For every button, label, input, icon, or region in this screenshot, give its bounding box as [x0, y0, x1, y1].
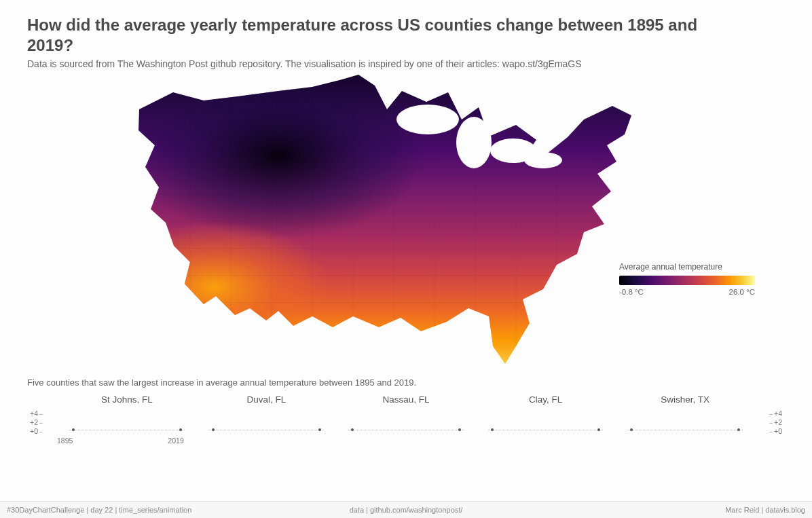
panel-baseline [488, 430, 604, 430]
panel-title: Nassau, FL [336, 394, 476, 405]
y-axis-right: +4 +2 +0 [768, 409, 782, 436]
map-container: Average annual temperature -0.8 °C 26.0 … [27, 76, 785, 375]
legend-gradient-bar [619, 276, 755, 285]
legend-labels: -0.8 °C 26.0 °C [619, 288, 755, 296]
y-axis-left: +4 +2 +0 [30, 409, 44, 436]
panel-swisher: Swisher, TX [615, 394, 755, 456]
panel-dot [318, 428, 321, 431]
small-multiples-row: +4 +2 +0 +4 +2 +0 St Johns, FL Duval, FL [34, 394, 778, 456]
panel-baseline [69, 430, 185, 430]
small-multiples-caption: Five counties that saw the largest incre… [27, 377, 785, 388]
small-multiples-panels: St Johns, FL Duval, FL Nassau, FL Clay, … [57, 394, 755, 456]
us-choropleth-map [109, 72, 638, 371]
chart-subtitle: Data is sourced from The Washington Post… [27, 58, 785, 69]
x-tick: 1895 [57, 437, 73, 445]
svg-point-6 [524, 152, 562, 168]
legend-max: 26.0 °C [729, 288, 755, 296]
panel-title: Clay, FL [476, 394, 616, 405]
chart-title: How did the average yearly temperature a… [27, 15, 720, 56]
panel-dot [458, 428, 461, 431]
page: How did the average yearly temperature a… [0, 0, 812, 518]
panel-baseline [348, 430, 464, 430]
x-tick: 2019 [168, 437, 183, 445]
footer-left: #30DayChartChallenge | day 22 | time_ser… [7, 506, 191, 514]
legend-title: Average annual temperature [619, 262, 769, 272]
color-legend: Average annual temperature -0.8 °C 26.0 … [619, 262, 769, 296]
panel-baseline [627, 430, 743, 430]
panel-st-johns: St Johns, FL [57, 394, 197, 456]
panel-clay: Clay, FL [476, 394, 616, 456]
x-axis-ticks: 1895 2019 [57, 437, 184, 445]
footer-right: Marc Reid | datavis.blog [725, 506, 805, 514]
panel-dot [179, 428, 182, 431]
svg-point-3 [396, 105, 459, 134]
panel-dot [212, 428, 215, 431]
panel-dot [72, 428, 75, 431]
footer-bar: #30DayChartChallenge | day 22 | time_ser… [0, 501, 812, 518]
panel-title: Swisher, TX [615, 394, 755, 405]
panel-dot [597, 428, 600, 431]
panel-baseline [209, 430, 325, 430]
panel-nassau: Nassau, FL [336, 394, 476, 456]
panel-title: St Johns, FL [57, 394, 197, 405]
svg-point-4 [456, 117, 492, 168]
legend-min: -0.8 °C [619, 288, 644, 296]
panel-dot [737, 428, 740, 431]
panel-duval: Duval, FL [197, 394, 337, 456]
panel-dot [630, 428, 633, 431]
panel-dot [491, 428, 494, 431]
panel-title: Duval, FL [197, 394, 337, 405]
panel-dot [351, 428, 354, 431]
